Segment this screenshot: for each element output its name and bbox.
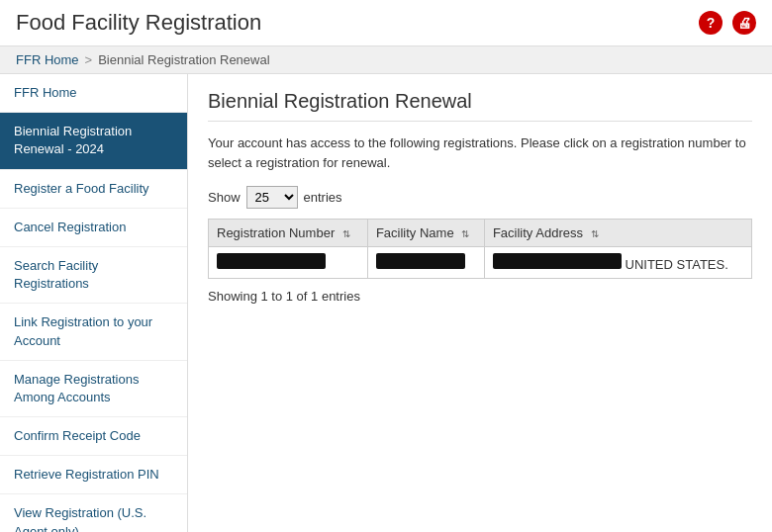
sidebar-item-cancel-registration[interactable]: Cancel Registration [0,209,187,247]
header-icons: ? 🖨 [699,11,756,35]
page-title: Food Facility Registration [16,10,261,36]
cell-facility-name [367,247,484,279]
redacted-facility-name [376,253,465,269]
sidebar-item-ffr-home[interactable]: FFR Home [0,74,187,113]
page-header: Food Facility Registration ? 🖨 [0,0,772,46]
help-icon[interactable]: ? [699,11,723,35]
redacted-facility-addr [493,253,622,269]
content-description: Your account has access to the following… [208,133,752,172]
sort-icon-facility-name[interactable]: ⇅ [461,228,469,239]
showing-entries-text: Showing 1 to 1 of 1 entries [208,289,752,304]
content-title: Biennial Registration Renewal [208,90,752,122]
sidebar-item-confirm-receipt[interactable]: Confirm Receipt Code [0,417,187,456]
show-label: Show [208,190,241,205]
breadcrumb-current: Biennial Registration Renewal [98,52,269,67]
main-layout: FFR HomeBiennial Registration Renewal - … [0,74,772,532]
table-row: UNITED STATES. [209,247,752,279]
col-registration-number: Registration Number ⇅ [209,220,368,247]
entries-select[interactable]: 102550100 [246,186,298,209]
breadcrumb-separator: > [85,52,93,67]
redacted-reg-number [217,253,326,269]
sidebar-item-register-facility[interactable]: Register a Food Facility [0,170,187,209]
sidebar-item-view-registration[interactable]: View Registration (U.S. Agent only) [0,494,187,532]
sidebar-item-retrieve-pin[interactable]: Retrieve Registration PIN [0,456,187,494]
sort-icon-reg-num[interactable]: ⇅ [342,228,350,239]
col-facility-address: Facility Address ⇅ [484,220,751,247]
cell-facility-address: UNITED STATES. [484,247,751,279]
table-header-row: Registration Number ⇅ Facility Name ⇅ Fa… [209,220,752,247]
sidebar: FFR HomeBiennial Registration Renewal - … [0,74,188,532]
registrations-table: Registration Number ⇅ Facility Name ⇅ Fa… [208,219,752,279]
entries-label: entries [304,190,342,205]
col-facility-name: Facility Name ⇅ [367,220,484,247]
cell-registration-number[interactable] [209,247,368,279]
main-content: Biennial Registration Renewal Your accou… [188,74,772,532]
sidebar-item-manage-registrations[interactable]: Manage Registrations Among Accounts [0,361,187,417]
sidebar-item-search-facility[interactable]: Search Facility Registrations [0,247,187,304]
breadcrumb-home-link[interactable]: FFR Home [16,52,79,67]
sort-icon-facility-addr[interactable]: ⇅ [591,228,599,239]
sidebar-item-link-registration[interactable]: Link Registration to your Account [0,304,187,360]
facility-address-country: UNITED STATES. [626,257,728,272]
show-entries-row: Show 102550100 entries [208,186,752,209]
breadcrumb: FFR Home > Biennial Registration Renewal [0,46,772,74]
sidebar-item-biennial-renewal[interactable]: Biennial Registration Renewal - 2024 [0,113,187,169]
print-icon[interactable]: 🖨 [732,11,756,35]
